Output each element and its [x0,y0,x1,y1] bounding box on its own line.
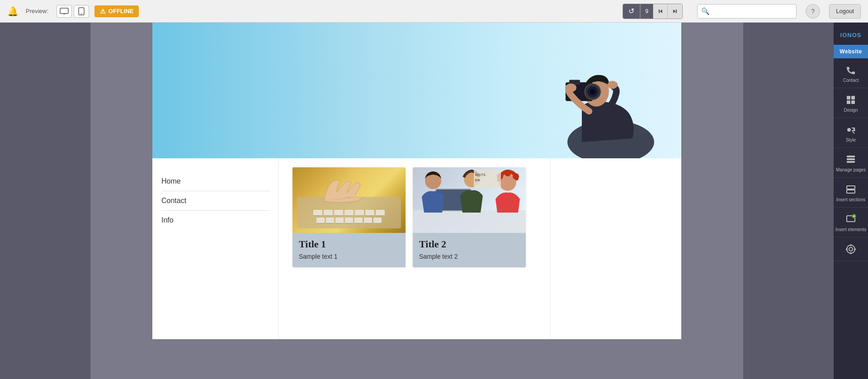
card-2-body: Title 2 Sample text 2 [413,233,526,267]
sidebar-item-insert-elements[interactable]: Insert elements [834,208,868,237]
insert-sections-icon [845,184,856,195]
svg-marker-5 [660,9,662,13]
tablet-preview-btn[interactable] [74,5,89,18]
svg-point-22 [505,170,511,176]
svg-point-43 [849,247,853,251]
brand-text: IONOS [840,32,862,38]
history-count: 9 [640,4,653,19]
hero-section [152,23,681,158]
card-grid: Title 1 Sample text 1 [292,167,537,267]
design-icon [845,95,856,105]
insert-sections-label: Insert sections [836,197,865,203]
svg-text:BISTS: BISTS [475,173,486,177]
website-preview: Home Contact Info [152,23,681,339]
content-section: Home Contact Info [152,158,681,339]
right-bg [743,23,834,379]
offline-label: OFFLINE [108,8,134,14]
card-1-title: Title 1 [299,238,399,250]
card-2-image: BISTS ER [413,167,526,233]
svg-rect-6 [659,9,660,13]
left-nav: Home Contact Info [152,158,279,339]
center-content: Title 1 Sample text 1 [279,158,550,339]
svg-point-23 [513,173,519,180]
right-panel [550,158,681,339]
svg-rect-30 [851,100,855,104]
website-btn[interactable]: Website [834,45,868,58]
phone-icon [845,65,856,76]
svg-point-46 [846,248,848,250]
svg-rect-8 [676,9,677,13]
search-icon: 🔍 [701,7,710,15]
card-2-title: Title 2 [419,238,519,250]
left-bg [0,23,90,379]
style-icon: A [845,124,856,135]
search-input[interactable] [712,8,793,14]
svg-point-4 [81,13,82,14]
sidebar-item-settings[interactable] [834,237,868,261]
card-1: Title 1 Sample text 1 [292,167,406,267]
right-sidebar: IONOS Website Contact Design [834,23,868,379]
undo-btn[interactable]: ↺ [623,4,640,19]
svg-rect-33 [847,156,855,157]
help-btn[interactable]: ? [806,4,820,19]
contact-label: Contact [843,77,859,83]
svg-rect-27 [847,96,850,99]
sidebar-item-style[interactable]: A Style [834,118,868,148]
search-wrap: 🔍 [697,4,797,19]
toolbar: 🔔 Preview: ⚠ OFFLINE ↺ 9 🔍 ? Logout [0,0,868,23]
photographer-figure [509,32,654,158]
insert-elements-label: Insert elements [835,227,866,232]
tablet-icon [78,7,85,15]
svg-text:A: A [853,127,856,132]
desktop-icon [60,8,69,15]
step-forward-btn[interactable] [668,4,682,19]
card-1-body: Title 1 Sample text 1 [292,233,406,267]
step-btns [653,4,682,19]
svg-point-44 [850,244,852,246]
notification-bell-icon[interactable]: 🔔 [7,6,19,17]
card-2-text: Sample text 2 [419,253,519,260]
svg-marker-7 [673,9,676,13]
hands-graphic [315,170,378,206]
svg-point-17 [608,81,618,89]
manage-pages-icon [845,154,856,165]
svg-rect-29 [847,100,850,104]
svg-point-16 [566,83,576,92]
main-layout: Home Contact Info [0,23,868,379]
nav-item-info[interactable]: Info [161,211,269,230]
svg-rect-35 [847,161,855,163]
settings-icon [845,244,856,255]
svg-rect-37 [847,190,855,193]
sidebar-item-insert-sections[interactable]: Insert sections [834,178,868,208]
svg-rect-34 [847,158,855,160]
canvas-area: Home Contact Info [0,23,834,379]
step-back-btn[interactable] [653,4,668,19]
undo-redo-group: ↺ 9 [623,4,683,19]
preview-label: Preview: [26,8,48,14]
card-1-text: Sample text 1 [299,253,399,260]
svg-text:ER: ER [475,178,480,182]
desktop-preview-btn[interactable] [57,5,72,18]
preview-device-icons [57,5,89,18]
nav-item-home[interactable]: Home [161,172,269,191]
svg-point-42 [847,245,855,253]
sidebar-item-contact[interactable]: Contact [834,58,868,88]
svg-rect-0 [60,8,68,14]
offline-status-btn[interactable]: ⚠ OFFLINE [94,5,139,17]
nav-item-contact[interactable]: Contact [161,191,269,211]
design-label: Design [844,107,858,113]
svg-point-15 [590,89,596,95]
svg-point-45 [850,252,852,254]
svg-point-47 [854,248,856,250]
style-label: Style [846,137,856,143]
logout-btn[interactable]: Logout [829,4,861,19]
keyboard-keys [299,210,399,224]
sidebar-item-design[interactable]: Design [834,88,868,118]
sidebar-item-manage-pages[interactable]: Manage pages [834,148,868,178]
brand-logo: IONOS [834,23,868,45]
card-1-image [292,167,406,233]
card-2: BISTS ER Title 2 Sample text 2 [413,167,526,267]
svg-point-31 [847,128,851,132]
manage-pages-label: Manage pages [836,167,866,173]
insert-elements-icon [845,214,856,225]
